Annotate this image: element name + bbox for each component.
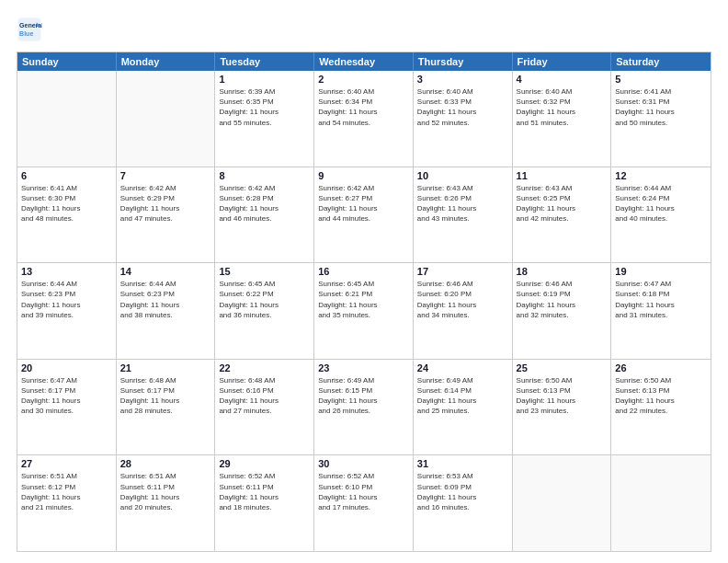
calendar-body: 1Sunrise: 6:39 AM Sunset: 6:35 PM Daylig… xyxy=(17,71,711,551)
calendar-cell: 10Sunrise: 6:43 AM Sunset: 6:26 PM Dayli… xyxy=(414,167,513,263)
cell-content: Sunrise: 6:51 AM Sunset: 6:12 PM Dayligh… xyxy=(21,471,112,512)
calendar-cell: 12Sunrise: 6:44 AM Sunset: 6:24 PM Dayli… xyxy=(611,167,711,263)
cell-content: Sunrise: 6:40 AM Sunset: 6:32 PM Dayligh… xyxy=(517,86,608,128)
day-number: 12 xyxy=(615,170,707,181)
calendar-cell: 11Sunrise: 6:43 AM Sunset: 6:25 PM Dayli… xyxy=(513,167,612,263)
calendar-cell: 13Sunrise: 6:44 AM Sunset: 6:23 PM Dayli… xyxy=(17,263,117,359)
cell-content: Sunrise: 6:50 AM Sunset: 6:13 PM Dayligh… xyxy=(517,375,608,417)
cell-content: Sunrise: 6:46 AM Sunset: 6:19 PM Dayligh… xyxy=(517,279,608,320)
calendar-cell: 18Sunrise: 6:46 AM Sunset: 6:19 PM Dayli… xyxy=(513,263,612,359)
day-number: 4 xyxy=(517,74,608,85)
page: General Blue SundayMondayTuesdayWednesda… xyxy=(0,0,728,563)
cell-content: Sunrise: 6:43 AM Sunset: 6:25 PM Dayligh… xyxy=(517,183,608,224)
cell-content: Sunrise: 6:47 AM Sunset: 6:18 PM Dayligh… xyxy=(615,279,707,320)
svg-rect-0 xyxy=(18,18,41,41)
cell-content: Sunrise: 6:48 AM Sunset: 6:16 PM Dayligh… xyxy=(219,375,310,417)
logo: General Blue xyxy=(17,17,46,42)
day-number: 7 xyxy=(120,170,211,181)
calendar-cell: 31Sunrise: 6:53 AM Sunset: 6:09 PM Dayli… xyxy=(414,455,513,551)
day-number: 30 xyxy=(318,458,409,469)
day-number: 25 xyxy=(517,362,608,373)
calendar-cell: 26Sunrise: 6:50 AM Sunset: 6:13 PM Dayli… xyxy=(611,360,711,455)
day-number: 5 xyxy=(615,74,707,85)
calendar-row-1: 6Sunrise: 6:41 AM Sunset: 6:30 PM Daylig… xyxy=(17,167,711,263)
calendar-row-0: 1Sunrise: 6:39 AM Sunset: 6:35 PM Daylig… xyxy=(17,71,711,167)
day-number: 9 xyxy=(318,170,409,181)
calendar-cell: 7Sunrise: 6:42 AM Sunset: 6:29 PM Daylig… xyxy=(117,167,216,263)
day-number: 29 xyxy=(219,458,310,469)
day-number: 19 xyxy=(615,266,707,277)
cell-content: Sunrise: 6:39 AM Sunset: 6:35 PM Dayligh… xyxy=(219,86,310,128)
calendar-cell: 4Sunrise: 6:40 AM Sunset: 6:32 PM Daylig… xyxy=(513,71,612,167)
day-number: 27 xyxy=(21,458,112,469)
cell-content: Sunrise: 6:42 AM Sunset: 6:27 PM Dayligh… xyxy=(318,183,409,224)
calendar-cell: 16Sunrise: 6:45 AM Sunset: 6:21 PM Dayli… xyxy=(314,263,414,359)
cell-content: Sunrise: 6:49 AM Sunset: 6:14 PM Dayligh… xyxy=(417,375,508,417)
day-number: 1 xyxy=(219,74,310,85)
cell-content: Sunrise: 6:43 AM Sunset: 6:26 PM Dayligh… xyxy=(417,183,508,224)
calendar-cell: 21Sunrise: 6:48 AM Sunset: 6:17 PM Dayli… xyxy=(117,360,216,455)
day-number: 31 xyxy=(417,458,508,469)
day-number: 24 xyxy=(417,362,508,373)
calendar-cell: 8Sunrise: 6:42 AM Sunset: 6:28 PM Daylig… xyxy=(215,167,314,263)
cell-content: Sunrise: 6:49 AM Sunset: 6:15 PM Dayligh… xyxy=(318,375,409,417)
day-number: 16 xyxy=(318,266,409,277)
cell-content: Sunrise: 6:52 AM Sunset: 6:10 PM Dayligh… xyxy=(318,471,409,512)
calendar-cell: 9Sunrise: 6:42 AM Sunset: 6:27 PM Daylig… xyxy=(314,167,414,263)
day-number: 17 xyxy=(417,266,508,277)
calendar-cell: 17Sunrise: 6:46 AM Sunset: 6:20 PM Dayli… xyxy=(414,263,513,359)
cell-content: Sunrise: 6:40 AM Sunset: 6:34 PM Dayligh… xyxy=(318,86,409,128)
calendar-cell: 30Sunrise: 6:52 AM Sunset: 6:10 PM Dayli… xyxy=(314,455,414,551)
cell-content: Sunrise: 6:45 AM Sunset: 6:22 PM Dayligh… xyxy=(219,279,310,320)
calendar-header: SundayMondayTuesdayWednesdayThursdayFrid… xyxy=(17,52,711,71)
calendar-row-3: 20Sunrise: 6:47 AM Sunset: 6:17 PM Dayli… xyxy=(17,359,711,455)
logo-icon: General Blue xyxy=(17,17,42,42)
day-number: 2 xyxy=(318,74,409,85)
day-header-tuesday: Tuesday xyxy=(215,52,314,71)
cell-content: Sunrise: 6:41 AM Sunset: 6:31 PM Dayligh… xyxy=(615,86,707,128)
day-header-saturday: Saturday xyxy=(611,52,711,71)
day-header-monday: Monday xyxy=(117,52,216,71)
day-header-wednesday: Wednesday xyxy=(314,52,414,71)
day-number: 23 xyxy=(318,362,409,373)
calendar-cell xyxy=(17,71,117,167)
cell-content: Sunrise: 6:46 AM Sunset: 6:20 PM Dayligh… xyxy=(417,279,508,320)
calendar-cell: 25Sunrise: 6:50 AM Sunset: 6:13 PM Dayli… xyxy=(513,360,612,455)
calendar-cell: 15Sunrise: 6:45 AM Sunset: 6:22 PM Dayli… xyxy=(215,263,314,359)
day-number: 21 xyxy=(120,362,211,373)
cell-content: Sunrise: 6:41 AM Sunset: 6:30 PM Dayligh… xyxy=(21,183,112,224)
calendar-row-2: 13Sunrise: 6:44 AM Sunset: 6:23 PM Dayli… xyxy=(17,262,711,359)
calendar-cell: 27Sunrise: 6:51 AM Sunset: 6:12 PM Dayli… xyxy=(17,455,117,551)
calendar-cell: 22Sunrise: 6:48 AM Sunset: 6:16 PM Dayli… xyxy=(215,360,314,455)
day-number: 20 xyxy=(21,362,112,373)
cell-content: Sunrise: 6:47 AM Sunset: 6:17 PM Dayligh… xyxy=(21,375,112,417)
calendar-cell: 3Sunrise: 6:40 AM Sunset: 6:33 PM Daylig… xyxy=(414,71,513,167)
calendar-cell xyxy=(117,71,216,167)
calendar-cell: 28Sunrise: 6:51 AM Sunset: 6:11 PM Dayli… xyxy=(117,455,216,551)
cell-content: Sunrise: 6:42 AM Sunset: 6:28 PM Dayligh… xyxy=(219,183,310,224)
header: General Blue xyxy=(17,17,711,42)
calendar-cell: 6Sunrise: 6:41 AM Sunset: 6:30 PM Daylig… xyxy=(17,167,117,263)
cell-content: Sunrise: 6:40 AM Sunset: 6:33 PM Dayligh… xyxy=(417,86,508,128)
calendar-cell xyxy=(513,455,612,551)
calendar-cell: 24Sunrise: 6:49 AM Sunset: 6:14 PM Dayli… xyxy=(414,360,513,455)
cell-content: Sunrise: 6:51 AM Sunset: 6:11 PM Dayligh… xyxy=(120,471,211,512)
day-number: 22 xyxy=(219,362,310,373)
day-number: 13 xyxy=(21,266,112,277)
calendar-cell: 20Sunrise: 6:47 AM Sunset: 6:17 PM Dayli… xyxy=(17,360,117,455)
calendar-cell: 23Sunrise: 6:49 AM Sunset: 6:15 PM Dayli… xyxy=(314,360,414,455)
day-number: 10 xyxy=(417,170,508,181)
day-number: 8 xyxy=(219,170,310,181)
calendar-cell: 2Sunrise: 6:40 AM Sunset: 6:34 PM Daylig… xyxy=(314,71,414,167)
svg-text:Blue: Blue xyxy=(19,30,33,37)
day-header-sunday: Sunday xyxy=(17,52,117,71)
calendar-row-4: 27Sunrise: 6:51 AM Sunset: 6:12 PM Dayli… xyxy=(17,454,711,551)
calendar-cell: 19Sunrise: 6:47 AM Sunset: 6:18 PM Dayli… xyxy=(611,263,711,359)
calendar-cell: 1Sunrise: 6:39 AM Sunset: 6:35 PM Daylig… xyxy=(215,71,314,167)
day-number: 11 xyxy=(517,170,608,181)
cell-content: Sunrise: 6:50 AM Sunset: 6:13 PM Dayligh… xyxy=(615,375,707,417)
day-header-thursday: Thursday xyxy=(414,52,513,71)
cell-content: Sunrise: 6:42 AM Sunset: 6:29 PM Dayligh… xyxy=(120,183,211,224)
cell-content: Sunrise: 6:48 AM Sunset: 6:17 PM Dayligh… xyxy=(120,375,211,417)
cell-content: Sunrise: 6:45 AM Sunset: 6:21 PM Dayligh… xyxy=(318,279,409,320)
